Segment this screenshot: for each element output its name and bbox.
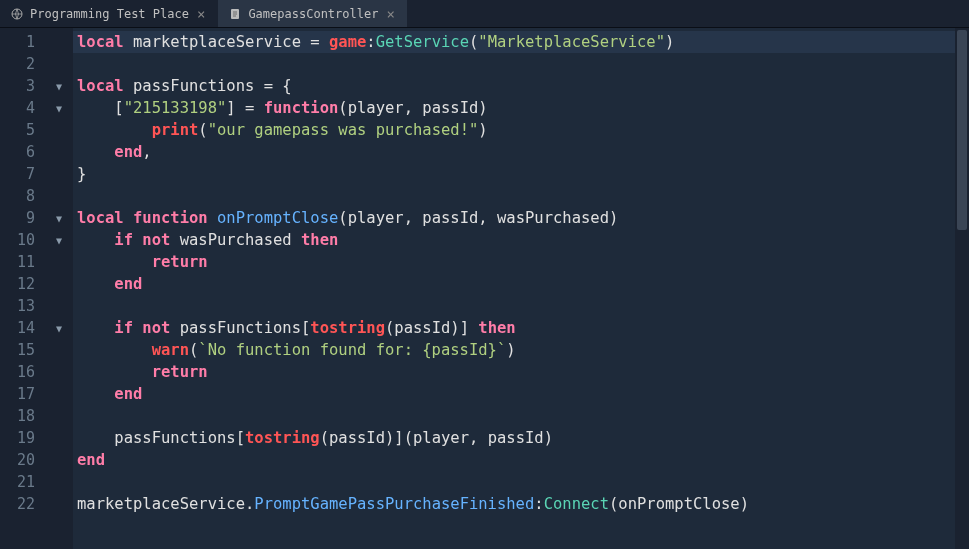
fold-marker (45, 449, 73, 471)
code-line[interactable] (73, 471, 969, 493)
code-line[interactable] (73, 295, 969, 317)
tab-bar: Programming Test Place × GamepassControl… (0, 0, 969, 28)
line-number: 2 (0, 53, 45, 75)
line-number: 19 (0, 427, 45, 449)
fold-marker (45, 163, 73, 185)
fold-marker (45, 427, 73, 449)
code-line[interactable]: passFunctions[tostring(passId)](player, … (73, 427, 969, 449)
line-number: 18 (0, 405, 45, 427)
line-number: 8 (0, 185, 45, 207)
code-line[interactable]: if not passFunctions[tostring(passId)] t… (73, 317, 969, 339)
fold-marker[interactable]: ▼ (45, 75, 73, 97)
fold-marker (45, 295, 73, 317)
line-number: 16 (0, 361, 45, 383)
code-line[interactable]: marketplaceService.PromptGamePassPurchas… (73, 493, 969, 515)
fold-gutter: ▼▼▼▼▼ (45, 28, 73, 549)
fold-marker[interactable]: ▼ (45, 317, 73, 339)
line-number: 4 (0, 97, 45, 119)
scrollbar-thumb[interactable] (957, 30, 967, 230)
globe-icon (10, 7, 24, 21)
line-number: 7 (0, 163, 45, 185)
line-number: 6 (0, 141, 45, 163)
line-number: 10 (0, 229, 45, 251)
fold-marker (45, 471, 73, 493)
fold-marker (45, 31, 73, 53)
code-line[interactable]: ["215133198"] = function(player, passId) (73, 97, 969, 119)
line-number: 12 (0, 273, 45, 295)
fold-marker[interactable]: ▼ (45, 229, 73, 251)
fold-marker (45, 119, 73, 141)
tab-place[interactable]: Programming Test Place × (0, 0, 218, 27)
line-number: 13 (0, 295, 45, 317)
code-line[interactable]: return (73, 251, 969, 273)
fold-marker (45, 273, 73, 295)
code-editor: 12345678910111213141516171819202122 ▼▼▼▼… (0, 28, 969, 549)
fold-marker (45, 361, 73, 383)
fold-marker (45, 141, 73, 163)
line-number: 3 (0, 75, 45, 97)
fold-marker (45, 251, 73, 273)
code-line[interactable]: end, (73, 141, 969, 163)
code-line[interactable]: return (73, 361, 969, 383)
line-number: 20 (0, 449, 45, 471)
line-number: 1 (0, 31, 45, 53)
code-line[interactable] (73, 53, 969, 75)
fold-marker[interactable]: ▼ (45, 207, 73, 229)
vertical-scrollbar[interactable] (955, 28, 969, 549)
line-number: 5 (0, 119, 45, 141)
code-line[interactable]: local passFunctions = { (73, 75, 969, 97)
code-line[interactable]: local function onPromptClose(player, pas… (73, 207, 969, 229)
code-line[interactable] (73, 405, 969, 427)
code-line[interactable] (73, 185, 969, 207)
fold-marker (45, 383, 73, 405)
line-number: 9 (0, 207, 45, 229)
code-line[interactable]: end (73, 273, 969, 295)
script-icon (228, 7, 242, 21)
line-number: 17 (0, 383, 45, 405)
line-number: 15 (0, 339, 45, 361)
code-line[interactable]: } (73, 163, 969, 185)
code-area[interactable]: local marketplaceService = game:GetServi… (73, 28, 969, 549)
fold-marker (45, 493, 73, 515)
line-number-gutter: 12345678910111213141516171819202122 (0, 28, 45, 549)
code-line[interactable]: warn(`No function found for: {passId}`) (73, 339, 969, 361)
code-line[interactable]: print("our gamepass was purchased!") (73, 119, 969, 141)
line-number: 14 (0, 317, 45, 339)
fold-marker (45, 185, 73, 207)
tab-script[interactable]: GamepassController × (218, 0, 407, 27)
fold-marker (45, 53, 73, 75)
code-line[interactable]: if not wasPurchased then (73, 229, 969, 251)
fold-marker (45, 405, 73, 427)
close-icon[interactable]: × (195, 6, 207, 22)
fold-marker (45, 339, 73, 361)
close-icon[interactable]: × (384, 6, 396, 22)
fold-marker[interactable]: ▼ (45, 97, 73, 119)
line-number: 22 (0, 493, 45, 515)
code-line[interactable]: local marketplaceService = game:GetServi… (73, 31, 969, 53)
line-number: 11 (0, 251, 45, 273)
line-number: 21 (0, 471, 45, 493)
code-line[interactable]: end (73, 449, 969, 471)
code-line[interactable]: end (73, 383, 969, 405)
tab-label: Programming Test Place (30, 7, 189, 21)
tab-label: GamepassController (248, 7, 378, 21)
